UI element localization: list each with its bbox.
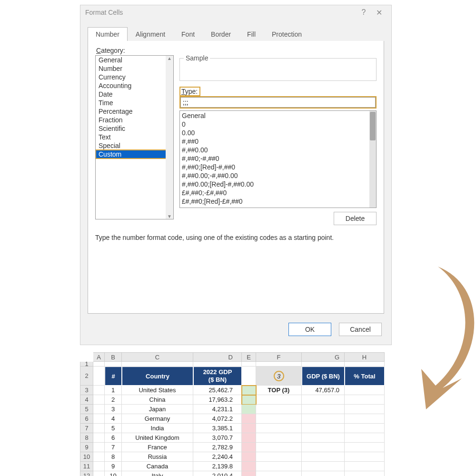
- format-code-item[interactable]: #,##0.00;-#,##0.00: [182, 171, 374, 180]
- rank-cell[interactable]: 9: [105, 462, 122, 471]
- table-header-pct[interactable]: % Total: [345, 367, 385, 386]
- country-cell[interactable]: Canada: [122, 462, 193, 471]
- row-header[interactable]: 1: [80, 362, 93, 367]
- country-cell[interactable]: Italy: [122, 471, 193, 476]
- close-icon[interactable]: ✕: [371, 8, 387, 17]
- row-header[interactable]: 4: [80, 395, 93, 405]
- row-header[interactable]: 9: [80, 443, 93, 452]
- helper-cell[interactable]: [242, 462, 256, 471]
- gdp-cell[interactable]: 2,139.8: [193, 462, 242, 471]
- row-header[interactable]: 3: [80, 386, 93, 395]
- helper-cell[interactable]: [242, 424, 256, 433]
- delete-button[interactable]: Delete: [334, 212, 377, 225]
- table-header-gdpbn[interactable]: GDP ($ BN): [302, 367, 345, 386]
- helper-cell[interactable]: [242, 395, 256, 405]
- col-header[interactable]: C: [122, 352, 193, 362]
- format-code-item[interactable]: £#,##0;-£#,##0: [182, 188, 374, 197]
- col-header[interactable]: D: [193, 352, 242, 362]
- gdp-cell[interactable]: 2,240.4: [193, 452, 242, 462]
- category-item[interactable]: Date: [96, 90, 173, 99]
- type-input[interactable]: [180, 97, 376, 108]
- gdp-cell[interactable]: 4,231.1: [193, 405, 242, 414]
- format-code-item[interactable]: #,##0;-#,##0: [182, 154, 374, 163]
- category-item[interactable]: Number: [96, 64, 173, 73]
- country-cell[interactable]: China: [122, 395, 193, 405]
- country-cell[interactable]: Germany: [122, 414, 193, 424]
- table-header-rank[interactable]: #: [105, 367, 122, 386]
- helper-cell[interactable]: [242, 414, 256, 424]
- rank-cell[interactable]: 10: [105, 471, 122, 476]
- country-cell[interactable]: France: [122, 443, 193, 452]
- helper-cell[interactable]: [242, 471, 256, 476]
- gdp-cell[interactable]: 2,782.9: [193, 443, 242, 452]
- format-code-item[interactable]: £#,##0;[Red]-£#,##0: [182, 197, 374, 206]
- gdp-cell[interactable]: 17,963.2: [193, 395, 242, 405]
- tab-font[interactable]: Font: [173, 27, 203, 41]
- format-code-item[interactable]: £#,##0.00;-£#,##0.00: [182, 206, 374, 208]
- format-code-item[interactable]: #,##0.00: [182, 146, 374, 154]
- tab-fill[interactable]: Fill: [239, 27, 264, 41]
- tab-protection[interactable]: Protection: [264, 27, 310, 41]
- gdp-cell[interactable]: 25,462.7: [193, 386, 242, 395]
- category-item[interactable]: Text: [96, 133, 173, 141]
- row-header[interactable]: 6: [80, 414, 93, 424]
- tab-alignment[interactable]: Alignment: [128, 27, 173, 41]
- format-code-scrollbar[interactable]: [369, 111, 376, 208]
- rank-cell[interactable]: 4: [105, 414, 122, 424]
- row-header[interactable]: 12: [80, 471, 93, 476]
- country-cell[interactable]: Russia: [122, 452, 193, 462]
- category-item[interactable]: Accounting: [96, 81, 173, 90]
- category-item[interactable]: Currency: [96, 73, 173, 81]
- rank-cell[interactable]: 6: [105, 433, 122, 443]
- col-header[interactable]: A: [93, 352, 105, 362]
- helper-cell[interactable]: [242, 433, 256, 443]
- row-header[interactable]: 7: [80, 424, 93, 433]
- helper-cell[interactable]: [242, 405, 256, 414]
- category-scrollbar[interactable]: ▲ ▼: [166, 56, 173, 219]
- category-item[interactable]: Percentage: [96, 107, 173, 116]
- tab-number[interactable]: Number: [88, 27, 128, 41]
- row-header[interactable]: 5: [80, 405, 93, 414]
- country-cell[interactable]: United Kingdom: [122, 433, 193, 443]
- help-icon[interactable]: ?: [356, 8, 371, 17]
- cancel-button[interactable]: Cancel: [339, 323, 382, 336]
- category-item-custom[interactable]: Custom: [96, 150, 173, 159]
- format-code-listbox[interactable]: General 0 0.00 #,##0 #,##0.00 #,##0;-#,#…: [179, 110, 377, 208]
- rank-cell[interactable]: 5: [105, 424, 122, 433]
- top-label[interactable]: TOP (3): [256, 386, 302, 395]
- row-header[interactable]: 11: [80, 462, 93, 471]
- category-listbox[interactable]: General Number Currency Accounting Date …: [95, 55, 174, 219]
- rank-cell[interactable]: 2: [105, 395, 122, 405]
- rank-cell[interactable]: 3: [105, 405, 122, 414]
- col-header[interactable]: B: [105, 352, 122, 362]
- col-header[interactable]: F: [256, 352, 302, 362]
- category-item[interactable]: General: [96, 56, 173, 64]
- row-header[interactable]: 10: [80, 452, 93, 462]
- scroll-thumb[interactable]: [370, 112, 376, 140]
- table-header-country[interactable]: Country: [122, 367, 193, 386]
- row-header[interactable]: 8: [80, 433, 93, 443]
- gdp-sum[interactable]: 47,657.0: [302, 386, 345, 395]
- chevron-up-icon[interactable]: ▲: [166, 56, 173, 61]
- format-code-item[interactable]: #,##0;[Red]-#,##0: [182, 163, 374, 171]
- col-header[interactable]: E: [242, 352, 256, 362]
- format-code-item[interactable]: General: [182, 111, 374, 120]
- category-item[interactable]: Special: [96, 141, 173, 150]
- gdp-cell[interactable]: 3,385.1: [193, 424, 242, 433]
- table-header-gdp[interactable]: 2022 GDP ($ BN): [193, 367, 242, 386]
- rank-cell[interactable]: 1: [105, 386, 122, 395]
- top-n-value-cell[interactable]: 3: [256, 367, 302, 386]
- category-item[interactable]: Time: [96, 99, 173, 107]
- format-code-item[interactable]: #,##0: [182, 137, 374, 146]
- category-item[interactable]: Fraction: [96, 116, 173, 124]
- category-item[interactable]: Scientific: [96, 124, 173, 133]
- helper-cell[interactable]: [242, 443, 256, 452]
- helper-cell[interactable]: [242, 386, 256, 395]
- gdp-cell[interactable]: 2,010.4: [193, 471, 242, 476]
- country-cell[interactable]: India: [122, 424, 193, 433]
- rank-cell[interactable]: 8: [105, 452, 122, 462]
- country-cell[interactable]: United States: [122, 386, 193, 395]
- format-code-item[interactable]: 0: [182, 120, 374, 129]
- gdp-cell[interactable]: 4,072.2: [193, 414, 242, 424]
- country-cell[interactable]: Japan: [122, 405, 193, 414]
